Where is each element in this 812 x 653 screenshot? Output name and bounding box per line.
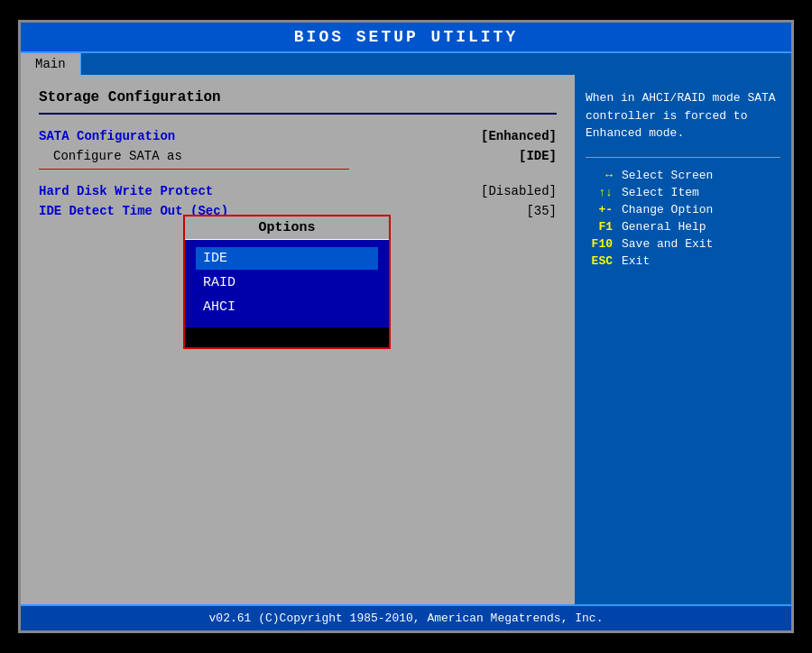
option-ahci[interactable]: AHCI: [196, 296, 378, 318]
key-sym-arrows: ↔: [586, 169, 613, 182]
tab-row: Main: [21, 53, 791, 75]
key-row-select-screen: ↔ Select Screen: [586, 169, 780, 182]
right-panel: When in AHCI/RAID mode SATA controller i…: [575, 75, 791, 604]
bios-screen: BIOS SETUP UTILITY Main Storage Configur…: [18, 20, 794, 633]
main-area: Storage Configuration SATA Configuration…: [21, 75, 791, 604]
option-raid[interactable]: RAID: [196, 271, 378, 294]
title-text: BIOS SETUP UTILITY: [294, 28, 518, 46]
configure-sata-value: [IDE]: [519, 149, 557, 163]
hd-write-protect-label: Hard Disk Write Protect: [39, 184, 213, 198]
option-ide[interactable]: IDE: [196, 247, 378, 270]
key-desc-select-screen: Select Screen: [622, 169, 713, 182]
footer-text: v02.61 (C)Copyright 1985-2010, American …: [209, 612, 604, 625]
key-row-change-option: +- Change Option: [586, 203, 780, 216]
key-desc-change-option: Change Option: [622, 203, 713, 216]
key-row-f1: F1 General Help: [586, 220, 780, 234]
configure-sata-row: Configure SATA as [IDE]: [39, 149, 557, 163]
key-row-select-item: ↑↓ Select Item: [586, 186, 780, 199]
left-panel: Storage Configuration SATA Configuration…: [21, 75, 575, 604]
sata-config-value: [Enhanced]: [481, 129, 557, 143]
key-sym-esc: ESC: [586, 254, 613, 268]
options-footer: [185, 327, 389, 347]
key-desc-exit: Exit: [622, 254, 650, 268]
tab-main[interactable]: Main: [21, 53, 81, 75]
key-desc-select-item: Select Item: [622, 186, 699, 199]
sata-config-row: SATA Configuration [Enhanced]: [39, 129, 557, 143]
key-sym-f1: F1: [586, 220, 613, 234]
configure-sata-label: Configure SATA as: [39, 149, 182, 163]
key-desc-save-exit: Save and Exit: [622, 237, 713, 251]
options-title: Options: [185, 216, 389, 240]
key-desc-general-help: General Help: [622, 220, 706, 234]
options-popup: Options IDE RAID AHCI: [183, 215, 391, 349]
ide-detect-value: [35]: [526, 204, 557, 218]
title-bar: BIOS SETUP UTILITY: [21, 23, 791, 53]
key-sym-plusminus: +-: [586, 203, 613, 216]
divider-vertical: [586, 157, 780, 158]
section-title: Storage Configuration: [39, 89, 557, 106]
key-help: ↔ Select Screen ↑↓ Select Item +- Change…: [586, 169, 780, 268]
key-sym-f10: F10: [586, 237, 613, 251]
options-list: IDE RAID AHCI: [185, 240, 389, 327]
sata-config-label: SATA Configuration: [39, 129, 175, 143]
key-row-esc: ESC Exit: [586, 254, 780, 268]
help-text: When in AHCI/RAID mode SATA controller i…: [586, 89, 780, 143]
footer: v02.61 (C)Copyright 1985-2010, American …: [21, 604, 791, 630]
key-row-f10: F10 Save and Exit: [586, 237, 780, 251]
divider1: [39, 113, 557, 115]
key-sym-updown: ↑↓: [586, 186, 613, 199]
divider2: [39, 169, 349, 170]
hd-write-protect-row: Hard Disk Write Protect [Disabled]: [39, 184, 557, 198]
hd-write-protect-value: [Disabled]: [481, 184, 557, 198]
